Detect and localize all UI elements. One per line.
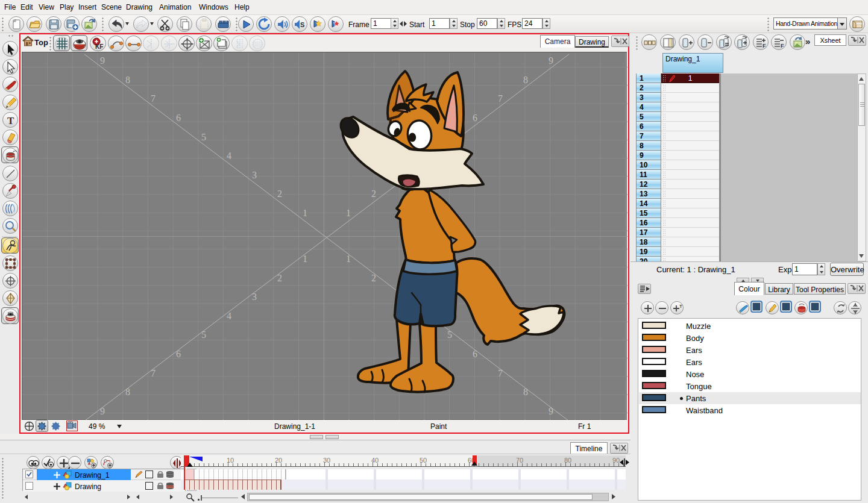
svg-text:2: 2 — [277, 273, 282, 283]
svg-text:3: 3 — [252, 170, 257, 180]
svg-text:7: 7 — [498, 368, 503, 378]
svg-text:2: 2 — [277, 189, 282, 199]
svg-text:8: 8 — [523, 75, 528, 85]
svg-text:9: 9 — [549, 55, 553, 66]
svg-text:F: F — [781, 43, 784, 49]
svg-text:6: 6 — [176, 113, 181, 123]
svg-text:1: 1 — [303, 254, 307, 264]
svg-text:9: 9 — [549, 406, 553, 416]
svg-text:3: 3 — [252, 292, 257, 302]
svg-text:6: 6 — [176, 349, 181, 359]
svg-text:5: 5 — [447, 330, 452, 340]
svg-text:1: 1 — [303, 208, 307, 218]
svg-text:KF: KF — [95, 43, 103, 50]
svg-text:9: 9 — [100, 406, 105, 416]
svg-text:5: 5 — [201, 330, 206, 340]
svg-text:2: 2 — [371, 189, 376, 199]
svg-text:F: F — [763, 43, 766, 49]
svg-text:T: T — [7, 115, 14, 127]
svg-text:1: 1 — [346, 208, 351, 218]
svg-text:4: 4 — [227, 151, 231, 161]
svg-text:1: 1 — [346, 254, 351, 264]
svg-text:6: 6 — [473, 349, 477, 359]
svg-text:8: 8 — [523, 387, 528, 397]
svg-text:8: 8 — [125, 387, 130, 397]
svg-text:T: T — [679, 304, 682, 309]
svg-text:7: 7 — [498, 93, 503, 104]
svg-text:5: 5 — [201, 132, 206, 142]
svg-text:7: 7 — [151, 368, 156, 378]
svg-text:9: 9 — [100, 55, 105, 66]
svg-text:8: 8 — [125, 75, 130, 85]
svg-text:7: 7 — [151, 93, 156, 104]
svg-text:2: 2 — [371, 273, 376, 283]
svg-text:4: 4 — [227, 311, 231, 321]
svg-text:6: 6 — [473, 113, 477, 123]
svg-text:S: S — [300, 21, 304, 28]
